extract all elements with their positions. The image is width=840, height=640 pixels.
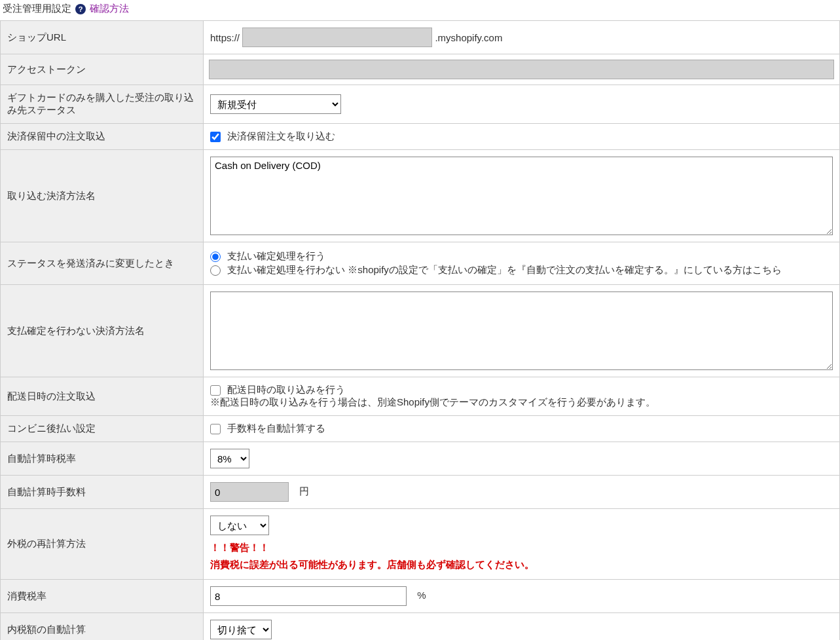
on-shipped-radio-capture[interactable] — [210, 252, 221, 262]
row-convenience-postpay: コンビニ後払い設定 手数料を自動計算する — [1, 416, 840, 442]
row-giftcard-status: ギフトカードのみを購入した受注の取り込み先ステータス 新規受付 — [1, 85, 840, 124]
label-delivery-datetime: 配送日時の注文取込 — [1, 377, 204, 416]
url-suffix: .myshopify.com — [435, 32, 502, 43]
pending-import-checkbox-label: 決済保留注文を取り込む — [227, 130, 335, 141]
exclude-capture-textarea[interactable] — [210, 292, 833, 370]
section-header: 受注管理用設定 ? 確認方法 — [0, 0, 840, 20]
row-on-shipped: ステータスを発送済みに変更したとき 支払い確定処理を行う 支払い確定処理を行わな… — [1, 242, 840, 285]
access-token-input[interactable] — [209, 60, 834, 79]
warning-line1: ！！警告！！ — [210, 539, 833, 556]
row-delivery-datetime: 配送日時の注文取込 配送日時の取り込みを行う ※配送日時の取り込みを行う場合は、… — [1, 377, 840, 416]
row-pending-import: 決済保留中の注文取込 決済保留注文を取り込む — [1, 124, 840, 150]
row-auto-fee: 自動計算時手数料 円 — [1, 476, 840, 509]
row-payment-methods-import: 取り込む決済方法名 — [1, 150, 840, 242]
ext-tax-recalc-select[interactable]: しない — [210, 516, 269, 535]
auto-fee-checkbox-label: 手数料を自動計算する — [227, 423, 325, 434]
row-incl-tax-auto: 内税額の自動計算 切り捨て — [1, 613, 840, 641]
label-shop-url: ショップURL — [1, 21, 204, 54]
shop-subdomain-input[interactable] — [242, 28, 432, 47]
on-shipped-option2: 支払い確定処理を行わない ※shopifyの設定で「支払いの確定」を『自動で注文… — [227, 264, 782, 275]
row-access-token: アクセストークン — [1, 54, 840, 85]
label-auto-fee: 自動計算時手数料 — [1, 476, 204, 509]
warning-line2: 消費税に誤差が出る可能性があります。店舗側も必ず確認してください。 — [210, 556, 833, 573]
label-auto-tax-rate: 自動計算時税率 — [1, 442, 204, 476]
label-incl-tax-auto: 内税額の自動計算 — [1, 613, 204, 641]
help-icon[interactable]: ? — [75, 4, 86, 14]
auto-tax-rate-select[interactable]: 8% — [210, 449, 249, 468]
delivery-datetime-checkbox[interactable] — [210, 385, 221, 396]
label-pending-import: 決済保留中の注文取込 — [1, 124, 204, 150]
on-shipped-option1: 支払い確定処理を行う — [227, 250, 325, 261]
consumption-tax-rate-input[interactable] — [210, 586, 407, 606]
row-auto-tax-rate: 自動計算時税率 8% — [1, 442, 840, 476]
section-title: 受注管理用設定 — [3, 3, 71, 14]
auto-fee-unit: 円 — [299, 485, 309, 497]
row-shop-url: ショップURL https:// .myshopify.com — [1, 21, 840, 54]
pending-import-checkbox[interactable] — [210, 132, 221, 142]
label-access-token: アクセストークン — [1, 54, 204, 85]
on-shipped-radio-nocapture[interactable] — [210, 265, 221, 276]
delivery-datetime-checkbox-label: 配送日時の取り込みを行う — [227, 384, 345, 395]
delivery-datetime-note: ※配送日時の取り込みを行う場合は、別途Shopify側でテーマのカスタマイズを行… — [210, 396, 833, 409]
label-exclude-capture-methods: 支払確定を行わない決済方法名 — [1, 285, 204, 377]
row-ext-tax-recalc: 外税の再計算方法 しない ！！警告！！ 消費税に誤差が出る可能性があります。店舗… — [1, 509, 840, 580]
label-giftcard-status: ギフトカードのみを購入した受注の取り込み先ステータス — [1, 85, 204, 124]
row-exclude-capture-methods: 支払確定を行わない決済方法名 — [1, 285, 840, 377]
giftcard-status-select[interactable]: 新規受付 — [210, 94, 341, 114]
url-prefix: https:// — [210, 32, 240, 43]
label-convenience-postpay: コンビニ後払い設定 — [1, 416, 204, 442]
consumption-tax-rate-unit: % — [417, 590, 426, 601]
payment-methods-textarea[interactable] — [210, 157, 833, 235]
settings-table: ショップURL https:// .myshopify.com アクセストークン… — [0, 20, 840, 640]
row-consumption-tax-rate: 消費税率 % — [1, 580, 840, 613]
label-payment-methods-import: 取り込む決済方法名 — [1, 150, 204, 242]
label-ext-tax-recalc: 外税の再計算方法 — [1, 509, 204, 580]
auto-fee-checkbox[interactable] — [210, 424, 221, 434]
auto-fee-input[interactable] — [210, 482, 289, 502]
label-on-shipped: ステータスを発送済みに変更したとき — [1, 242, 204, 285]
incl-tax-auto-select[interactable]: 切り捨て — [210, 620, 272, 639]
label-consumption-tax-rate: 消費税率 — [1, 580, 204, 613]
help-link[interactable]: 確認方法 — [90, 3, 129, 14]
